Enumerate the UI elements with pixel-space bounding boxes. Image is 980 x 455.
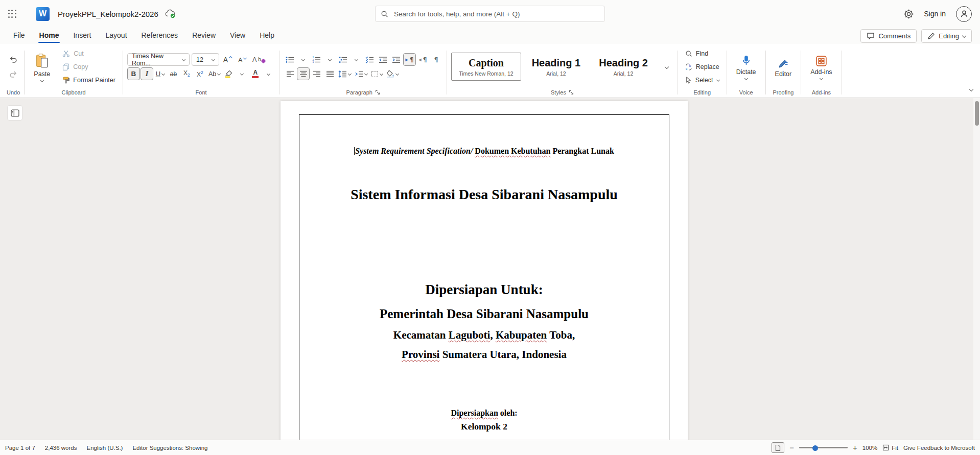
account-avatar[interactable] [956,6,972,22]
zoom-slider[interactable] [799,444,848,451]
menu-tab-references[interactable]: References [134,28,185,44]
feedback-link[interactable]: Give Feedback to Microsoft [903,445,975,451]
subscript-button[interactable]: X2 [180,67,193,80]
doc-prepared-by[interactable]: Dipersiapkan oleh: [299,408,669,419]
change-case-button[interactable]: Ab [207,67,222,80]
zoom-level[interactable]: 100% [862,445,877,451]
paste-button[interactable]: Paste [29,52,55,82]
left-to-right-button[interactable]: ▸¶ [403,53,416,66]
borders-button[interactable] [369,67,384,80]
font-family-select[interactable]: Times New Rom... [127,53,190,66]
dictate-button[interactable]: Dictate [731,54,761,80]
shading-button[interactable] [385,67,400,80]
checklist-icon [365,56,374,63]
cloud-saved-icon[interactable] [165,9,176,18]
select-button[interactable]: Select [682,74,722,86]
font-size-select[interactable]: 12 [192,53,219,66]
styles-dialog-launcher-icon[interactable] [569,90,574,95]
editing-mode-button[interactable]: Editing [921,29,972,43]
doc-address-line-1[interactable]: Kecamatan Laguboti, Kabupaten Toba, [299,328,669,342]
word-logo-icon[interactable]: W [36,7,50,21]
replace-icon: bc [685,63,692,70]
comments-button[interactable]: Comments [860,29,917,43]
justify-button[interactable] [323,67,336,80]
menu-tab-review[interactable]: Review [185,28,223,44]
page-view-button[interactable] [772,442,784,453]
doc-subtitle-misspelled: Dokumen Kebutuhan [475,147,550,155]
style-heading-2[interactable]: Heading 2 Arial, 12 [591,53,656,81]
font-color-menu[interactable] [262,67,275,80]
align-right-button[interactable] [310,67,323,80]
undo-button[interactable] [7,53,20,66]
highlight-color-menu[interactable] [236,67,248,80]
font-color-button[interactable]: A [249,67,262,80]
zoom-slider-thumb[interactable] [812,445,818,451]
format-painter-button[interactable]: Format Painter [59,74,119,86]
style-heading-1[interactable]: Heading 1 Arial, 12 [524,53,589,81]
find-button[interactable]: Find [682,47,722,59]
numbering-menu[interactable] [323,53,336,66]
numbering-button[interactable]: 123 [310,53,323,66]
settings-gear-icon[interactable] [904,9,914,19]
align-center-button[interactable] [297,67,310,80]
zoom-out-button[interactable]: − [789,444,794,451]
doc-team[interactable]: Kelompok 2 [299,421,669,433]
document-page[interactable]: System Requirement Specification/ Dokume… [281,101,688,440]
checklist-button[interactable] [363,53,376,66]
line-spacing-button[interactable] [337,67,353,80]
bold-button[interactable]: B [127,67,140,80]
show-formatting-marks-button[interactable]: ¶ [430,53,442,66]
style-caption[interactable]: Caption Times New Roman, 12 [451,53,521,81]
app-launcher-button[interactable] [0,0,25,28]
doc-subtitle-line[interactable]: System Requirement Specification/ Dokume… [299,146,669,157]
zoom-slider-track[interactable] [799,447,848,449]
italic-button[interactable]: I [141,67,153,80]
doc-prepared-for[interactable]: Dipersiapan Untuk: [299,281,669,298]
ribbon-collapse-button[interactable] [970,84,973,93]
search-bar[interactable] [375,6,605,22]
multilevel-list-menu[interactable] [350,53,363,66]
search-input[interactable] [393,10,599,18]
editor-suggestions-status[interactable]: Editor Suggestions: Showing [132,445,207,451]
scrollbar-thumb[interactable] [975,101,979,126]
shrink-font-button[interactable]: A [236,53,249,66]
menu-tab-insert[interactable]: Insert [66,28,98,44]
bullets-button[interactable] [284,53,296,66]
underline-button[interactable]: U [154,67,167,80]
language-status[interactable]: English (U.S.) [86,445,123,451]
add-ins-button[interactable]: Add-ins [805,54,837,80]
page-count-status[interactable]: Page 1 of 7 [5,445,35,451]
menu-tab-home[interactable]: Home [32,28,66,44]
menu-tab-help[interactable]: Help [252,28,282,44]
grow-font-button[interactable]: A [221,53,234,66]
clear-formatting-button[interactable]: Ab [251,53,267,66]
zoom-in-button[interactable]: + [853,444,857,451]
menu-tab-view[interactable]: View [223,28,252,44]
align-left-button[interactable] [284,67,296,80]
multilevel-list-button[interactable] [337,53,349,66]
menu-tab-file[interactable]: File [6,28,32,44]
editor-button[interactable]: Editor [770,56,797,78]
paragraph-indent-menu[interactable] [353,67,369,80]
styles-gallery-menu[interactable] [661,60,673,73]
fit-to-page-button[interactable]: Fit [882,444,898,451]
word-count-status[interactable]: 2,436 words [45,445,77,451]
document-title[interactable]: ProyekPPL_Kelompok2-2026 [58,10,158,18]
doc-title[interactable]: Sistem Informasi Desa Sibarani Nasampulu [299,186,669,203]
paragraph-dialog-launcher-icon[interactable] [375,90,380,95]
vertical-scrollbar[interactable] [973,98,980,440]
superscript-button[interactable]: X2 [194,67,206,80]
bullets-menu[interactable] [297,53,310,66]
right-to-left-button[interactable]: ◂¶ [416,53,429,66]
replace-button[interactable]: bc Replace [682,61,722,73]
menu-tab-layout[interactable]: Layout [98,28,134,44]
sign-in-button[interactable]: Sign in [924,10,946,18]
highlight-color-button[interactable] [222,67,235,80]
navigation-pane-toggle[interactable] [7,105,22,121]
doc-address-line-2[interactable]: Provinsi Sumatera Utara, Indonesia [299,347,669,362]
chevron-down-icon [716,78,720,82]
doc-org[interactable]: Pemerintah Desa Sibarani Nasampulu [299,305,669,323]
increase-indent-button[interactable] [390,53,403,66]
strikethrough-button[interactable]: ab [167,67,180,80]
decrease-indent-button[interactable] [377,53,389,66]
